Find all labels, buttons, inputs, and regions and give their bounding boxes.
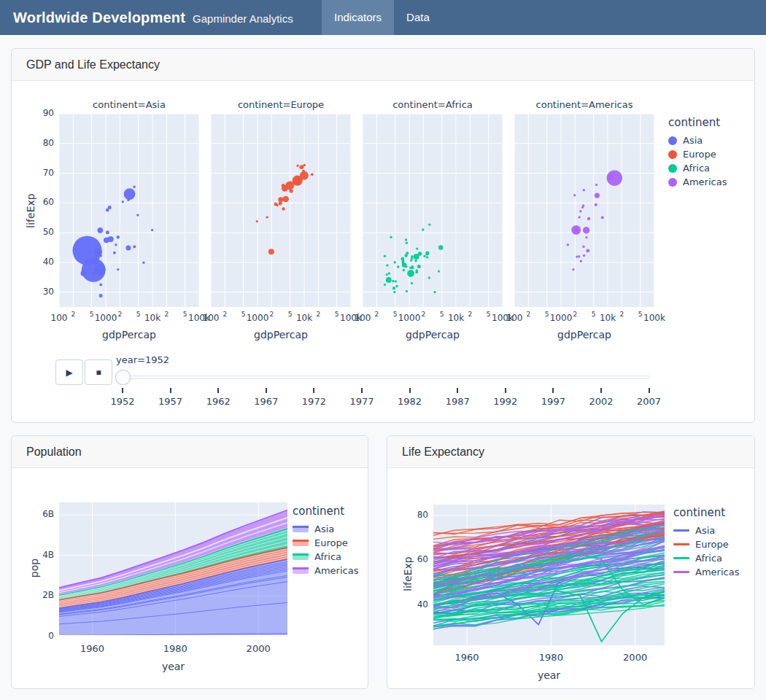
country-bubble[interactable] [438, 245, 443, 249]
country-bubble[interactable] [289, 189, 291, 191]
country-bubble[interactable] [414, 260, 417, 262]
legend-item-asia[interactable]: Asia [673, 524, 739, 537]
country-bubble[interactable] [574, 229, 579, 233]
country-bubble[interactable] [403, 269, 405, 271]
country-bubble[interactable] [386, 264, 388, 266]
country-bubble[interactable] [583, 189, 585, 191]
facet-plot-europe[interactable] [211, 114, 351, 307]
country-bubble[interactable] [401, 257, 404, 261]
country-bubble[interactable] [407, 270, 414, 277]
country-bubble[interactable] [416, 247, 418, 249]
country-bubble[interactable] [405, 238, 407, 241]
country-bubble[interactable] [276, 204, 278, 206]
country-bubble[interactable] [582, 246, 584, 248]
country-bubble[interactable] [583, 227, 589, 233]
country-bubble[interactable] [573, 194, 576, 196]
country-bubble[interactable] [411, 255, 413, 257]
country-bubble[interactable] [384, 255, 386, 257]
country-bubble[interactable] [106, 230, 109, 234]
country-bubble[interactable] [99, 294, 103, 298]
legend-item-africa[interactable]: Africa [293, 550, 358, 564]
country-bubble[interactable] [404, 254, 407, 257]
legend-item-americas[interactable]: Americas [293, 564, 358, 578]
country-bubble[interactable] [282, 185, 288, 192]
navbar-brand[interactable]: Worldwide Development Gapminder Analytic… [0, 9, 293, 26]
country-bubble[interactable] [388, 272, 390, 274]
play-button[interactable]: ▶ [55, 359, 83, 385]
year-slider-track[interactable] [121, 376, 650, 379]
legend-item-europe[interactable]: Europe [673, 537, 739, 551]
country-bubble[interactable] [580, 260, 582, 262]
country-bubble[interactable] [386, 277, 392, 283]
country-bubble[interactable] [397, 265, 399, 268]
legend-item-asia[interactable]: Asia [293, 522, 358, 536]
country-bubble[interactable] [108, 206, 112, 209]
country-bubble[interactable] [151, 229, 153, 231]
country-bubble[interactable] [585, 236, 587, 238]
country-bubble[interactable] [587, 217, 590, 220]
country-bubble[interactable] [423, 255, 425, 257]
country-bubble[interactable] [108, 236, 114, 242]
country-bubble[interactable] [595, 184, 597, 186]
country-bubble[interactable] [299, 166, 303, 170]
legend-item-asia[interactable]: Asia [668, 133, 727, 147]
legend-item-africa[interactable]: Africa [673, 551, 739, 565]
country-bubble[interactable] [266, 216, 268, 218]
country-bubble[interactable] [125, 245, 131, 250]
country-bubble[interactable] [303, 164, 306, 166]
country-bubble[interactable] [401, 261, 404, 264]
country-bubble[interactable] [395, 285, 398, 288]
country-bubble[interactable] [268, 249, 274, 254]
country-bubble[interactable] [282, 207, 285, 210]
country-bubble[interactable] [428, 276, 430, 279]
country-bubble[interactable] [406, 290, 408, 292]
country-bubble[interactable] [99, 284, 102, 287]
country-bubble[interactable] [579, 216, 581, 218]
country-bubble[interactable] [595, 193, 600, 198]
year-slider-handle[interactable] [115, 370, 131, 385]
country-bubble[interactable] [433, 291, 436, 293]
country-bubble[interactable] [406, 242, 408, 244]
country-bubble[interactable] [595, 203, 597, 206]
country-bubble[interactable] [256, 220, 258, 222]
country-bubble[interactable] [428, 223, 430, 225]
country-bubble[interactable] [97, 228, 103, 233]
country-bubble[interactable] [117, 268, 119, 271]
country-bubble[interactable] [601, 216, 604, 219]
country-bubble[interactable] [296, 165, 298, 167]
facet-plot-asia[interactable] [59, 114, 199, 307]
country-bubble[interactable] [392, 280, 394, 282]
country-bubble[interactable] [410, 259, 412, 261]
country-bubble[interactable] [582, 204, 584, 206]
country-bubble[interactable] [422, 228, 424, 230]
legend-item-americas[interactable]: Americas [668, 175, 727, 189]
facet-plot-africa[interactable] [363, 114, 503, 307]
country-bubble[interactable] [418, 252, 422, 255]
country-bubble[interactable] [586, 249, 589, 253]
country-bubble[interactable] [426, 256, 428, 258]
country-bubble[interactable] [311, 173, 314, 176]
country-bubble[interactable] [94, 264, 105, 275]
legend-item-americas[interactable]: Americas [673, 565, 739, 579]
country-bubble[interactable] [81, 271, 87, 276]
country-bubble[interactable] [438, 270, 440, 272]
country-bubble[interactable] [405, 265, 407, 268]
country-bubble[interactable] [93, 258, 99, 265]
country-bubble[interactable] [113, 252, 115, 254]
legend-item-europe[interactable]: Europe [668, 147, 727, 161]
tab-data[interactable]: Data [394, 0, 442, 35]
country-bubble[interactable] [142, 262, 144, 264]
country-bubble[interactable] [122, 201, 124, 203]
country-bubble[interactable] [92, 272, 96, 276]
legend-item-europe[interactable]: Europe [293, 536, 358, 550]
country-bubble[interactable] [278, 197, 283, 202]
country-bubble[interactable] [384, 284, 386, 286]
country-bubble[interactable] [300, 171, 309, 180]
legend-item-africa[interactable]: Africa [668, 161, 727, 175]
country-bubble[interactable] [385, 273, 387, 276]
country-bubble[interactable] [395, 280, 397, 282]
tab-indicators[interactable]: Indicators [322, 0, 394, 35]
country-bubble[interactable] [392, 287, 395, 289]
country-bubble[interactable] [94, 249, 102, 257]
country-bubble[interactable] [426, 253, 428, 255]
